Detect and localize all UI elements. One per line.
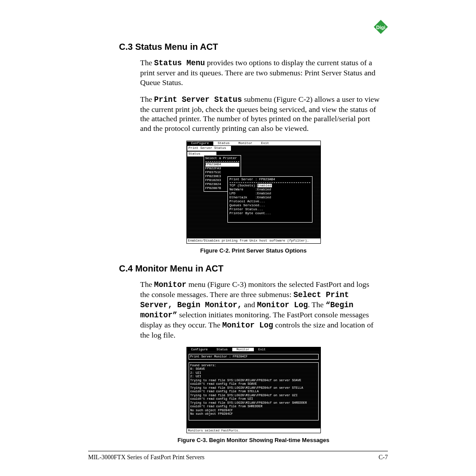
terminal-menubar: Configure Status Monitor Exit bbox=[187, 141, 320, 145]
section-c3-heading: C.3 Status Menu in ACT bbox=[119, 42, 388, 52]
c4-para: The Monitor menu (Figure C-3) monitors t… bbox=[140, 280, 380, 340]
monitor-term: Monitor bbox=[154, 280, 187, 289]
text: The bbox=[140, 58, 154, 67]
c3-para2: The Print Server Status submenu (Figure … bbox=[140, 95, 380, 134]
monitor-log-term: Monitor Log bbox=[257, 301, 308, 309]
terminal-statusbar: Monitors selected FastPorts. bbox=[187, 428, 320, 433]
monitor-title-box: Print Server Monitor : FP0204CF bbox=[189, 354, 319, 360]
figure-c2-caption: Figure C-2. Print Server Status Options bbox=[119, 247, 388, 254]
c3-para1: The Status Menu provides two options to … bbox=[140, 58, 380, 88]
figure-c2-terminal: Configure Status Monitor Exit Print Serv… bbox=[186, 141, 321, 244]
monitor-log-term2: Monitor Log bbox=[222, 321, 273, 330]
print-server-status-panel: Print Server : FP023AB4 TCP (Sockets):En… bbox=[227, 176, 312, 223]
text: The bbox=[140, 95, 154, 104]
row-queues-serviced[interactable]: Queues Serviced... bbox=[230, 204, 310, 208]
menu-exit[interactable]: Exit bbox=[257, 141, 274, 145]
svg-text:Digi: Digi bbox=[376, 25, 386, 30]
row-printer-status[interactable]: Printer Status... bbox=[230, 208, 310, 212]
print-server-status-term: Print Server Status bbox=[154, 95, 242, 104]
text: and bbox=[242, 300, 257, 309]
row-tcp[interactable]: TCP (Sockets):Enabled bbox=[230, 184, 310, 188]
row-printer-byte-count[interactable]: Printer Byte count... bbox=[230, 212, 310, 216]
printer-option[interactable]: FP022FA3 bbox=[205, 167, 239, 171]
row-ethertalk[interactable]: Ethertalk :Enabled bbox=[230, 196, 310, 200]
select-a-printer-label: Select a Printer bbox=[205, 156, 239, 160]
status-menu-term: Status Menu bbox=[154, 59, 205, 67]
menu-exit[interactable]: Exit bbox=[254, 348, 270, 352]
row-netware[interactable]: NetWare :Enabled bbox=[230, 188, 310, 192]
menu-monitor[interactable]: Monitor bbox=[234, 141, 257, 145]
menu-status[interactable]: Status bbox=[213, 141, 234, 145]
menu-configure[interactable]: Configure bbox=[187, 141, 214, 145]
text: . The bbox=[308, 300, 326, 309]
terminal-statusbar: Enables/Disables printing from Unix host… bbox=[187, 238, 320, 243]
digi-logo: Digi bbox=[374, 20, 388, 36]
row-lpd[interactable]: LPD :Enabled bbox=[230, 192, 310, 196]
section-c4-heading: C.4 Monitor Menu in ACT bbox=[119, 264, 388, 274]
panel-title: Print Server : FP023AB4 bbox=[230, 178, 310, 182]
monitor-log-output: Found servers: 0: SOAVE 2: UZI 2: UZI Tr… bbox=[189, 362, 319, 420]
footer-left: MIL-3000FTX Series of FastPort Print Ser… bbox=[88, 454, 205, 461]
terminal-menubar: Configure Status Monitor Exit bbox=[187, 347, 320, 351]
menu-monitor[interactable]: Monitor bbox=[232, 348, 254, 352]
figure-c3-terminal: Configure Status Monitor Exit Print Serv… bbox=[186, 347, 321, 433]
footer-rule bbox=[88, 451, 388, 451]
footer-right: C-7 bbox=[379, 454, 388, 461]
printer-option[interactable]: FP023AB4 bbox=[205, 163, 239, 167]
menu-status[interactable]: Status bbox=[212, 348, 232, 352]
printer-option[interactable]: FP03751C bbox=[205, 171, 239, 175]
menu-configure[interactable]: Configure bbox=[187, 348, 212, 352]
text: The bbox=[140, 280, 154, 289]
row-protocol-active[interactable]: Protocol Active... bbox=[230, 200, 310, 204]
figure-c3-caption: Figure C-3. Begin Monitor Showing Real-t… bbox=[119, 437, 388, 443]
submenu-print-server-status[interactable]: Print Server Status bbox=[187, 145, 231, 151]
